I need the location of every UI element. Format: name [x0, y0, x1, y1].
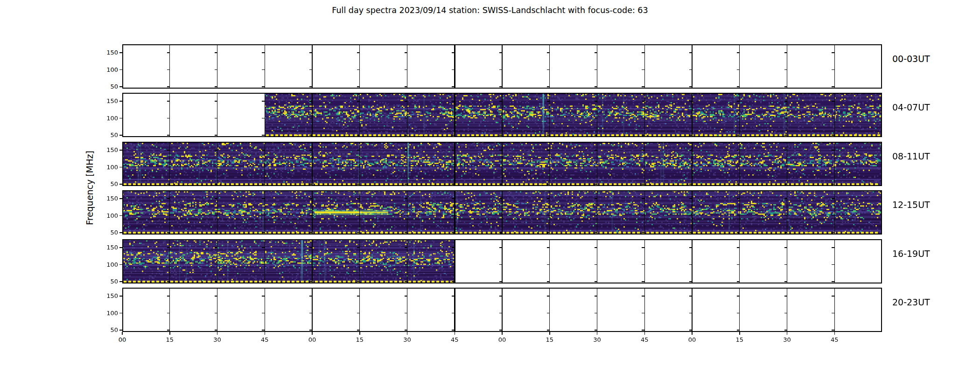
x-tick-label: 30 — [778, 336, 797, 343]
y-tick-mark — [215, 330, 217, 331]
segment-boundary — [217, 93, 217, 137]
segment-boundary — [597, 142, 597, 186]
y-tick-mark — [595, 232, 597, 233]
y-tick-mark — [689, 296, 692, 297]
segment-boundary — [265, 142, 265, 186]
y-tick-mark — [547, 296, 550, 297]
segment-boundary — [834, 44, 835, 89]
x-tick-mark — [787, 332, 788, 335]
y-tick-mark — [547, 281, 550, 282]
y-tick-mark — [309, 101, 312, 102]
y-tick-mark — [215, 118, 217, 119]
y-tick-mark — [499, 198, 502, 199]
y-tick-mark — [547, 264, 550, 265]
segment-boundary — [312, 93, 312, 137]
y-tick-mark — [737, 52, 740, 53]
y-tick-mark — [452, 198, 455, 199]
y-tick-mark — [642, 69, 644, 70]
y-tick-mark — [167, 69, 170, 70]
y-tick-mark — [689, 215, 692, 216]
y-tick-mark — [357, 69, 360, 70]
y-tick-mark — [547, 101, 550, 102]
y-tick-mark — [262, 69, 265, 70]
y-tick-mark — [642, 184, 644, 185]
y-tick-mark — [737, 86, 740, 87]
y-tick-mark — [405, 135, 407, 136]
y-tick-mark — [357, 167, 360, 168]
y-tick-mark — [642, 313, 644, 314]
y-tick-mark — [262, 281, 265, 282]
segment-boundary — [217, 239, 217, 283]
y-tick-mark — [357, 101, 360, 102]
y-tick-mark — [167, 86, 170, 87]
segment-boundary — [312, 190, 312, 235]
segment-boundary — [359, 93, 360, 137]
y-tick-mark — [737, 247, 740, 248]
y-tick-mark — [595, 330, 597, 331]
segment-boundary — [407, 142, 407, 186]
segment-boundary — [787, 239, 787, 283]
segment-boundary — [454, 190, 455, 235]
y-tick-mark — [452, 232, 455, 233]
segment-boundary — [312, 142, 312, 186]
row-top-spine — [122, 44, 882, 45]
y-tick-mark — [499, 167, 502, 168]
y-tick-mark — [642, 118, 644, 119]
y-tick-mark — [547, 167, 550, 168]
y-tick-mark — [452, 167, 455, 168]
segment-boundary — [454, 44, 455, 89]
y-tick-mark — [832, 313, 834, 314]
y-tick-mark — [737, 167, 740, 168]
y-tick-mark — [689, 281, 692, 282]
y-tick-mark — [119, 101, 122, 102]
y-tick-mark — [357, 313, 360, 314]
y-tick-mark — [215, 167, 217, 168]
x-tick-mark — [265, 332, 266, 335]
y-tick-mark — [784, 264, 787, 265]
y-tick-mark — [499, 313, 502, 314]
y-tick-label: 100 — [97, 115, 118, 122]
y-tick-mark — [784, 69, 787, 70]
y-tick-label: 100 — [97, 261, 118, 269]
y-tick-mark — [547, 86, 550, 87]
segment-boundary — [359, 142, 360, 186]
y-tick-mark — [689, 167, 692, 168]
segment-boundary — [217, 142, 217, 186]
y-tick-mark — [309, 198, 312, 199]
y-tick-mark — [499, 232, 502, 233]
y-tick-mark — [547, 184, 550, 185]
y-tick-mark — [642, 296, 644, 297]
x-tick-label: 00 — [493, 336, 511, 343]
y-tick-label: 50 — [97, 180, 118, 188]
y-tick-mark — [642, 135, 644, 136]
segment-boundary — [359, 239, 360, 283]
y-tick-mark — [784, 184, 787, 185]
y-tick-mark — [737, 296, 740, 297]
y-tick-mark — [309, 150, 312, 151]
y-tick-mark — [595, 150, 597, 151]
segment-boundary — [597, 93, 597, 137]
x-tick-label: 30 — [588, 336, 607, 343]
y-tick-mark — [547, 135, 550, 136]
y-tick-mark — [642, 52, 644, 53]
y-tick-mark — [167, 330, 170, 331]
segment-boundary — [834, 190, 835, 235]
y-tick-mark — [642, 150, 644, 151]
y-tick-mark — [832, 296, 834, 297]
y-tick-label: 100 — [97, 310, 118, 317]
y-tick-mark — [262, 118, 265, 119]
y-tick-mark — [262, 198, 265, 199]
y-tick-mark — [499, 264, 502, 265]
y-tick-mark — [405, 232, 407, 233]
y-tick-mark — [832, 69, 834, 70]
y-tick-mark — [689, 135, 692, 136]
y-tick-mark — [405, 184, 407, 185]
segment-boundary — [644, 190, 645, 235]
x-tick-mark — [597, 332, 598, 335]
y-tick-mark — [595, 86, 597, 87]
y-tick-mark — [499, 281, 502, 282]
y-tick-mark — [499, 296, 502, 297]
y-tick-mark — [499, 135, 502, 136]
row-bottom-spine — [122, 234, 882, 235]
row-right-spine — [881, 44, 882, 89]
